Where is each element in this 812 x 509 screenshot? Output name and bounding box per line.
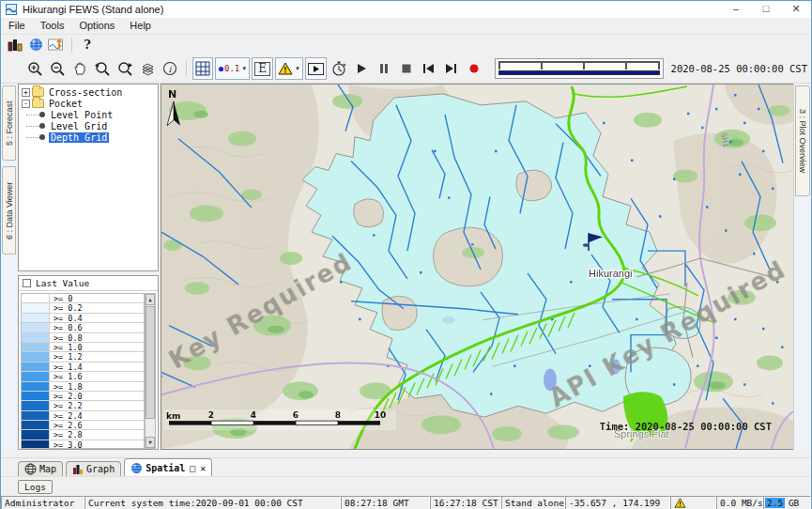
toolbar-separator — [186, 61, 187, 76]
collapse-icon[interactable]: - — [22, 100, 30, 108]
color-swatch — [22, 382, 50, 391]
timeline-slider[interactable] — [495, 58, 664, 79]
main-toolbar: ? — [1, 35, 811, 54]
color-swatch — [22, 401, 50, 409]
logs-button[interactable]: Logs — [18, 480, 53, 494]
svg-text:2: 2 — [208, 410, 214, 420]
tree-guide — [26, 115, 39, 116]
skip-to-start-icon[interactable] — [419, 57, 439, 80]
tab-graph[interactable]: Graph — [66, 461, 121, 476]
legend-panel: Last Value >= 0 >= 0.2 >= 0.4 >= 0.6 >= … — [18, 275, 159, 450]
undock-icon[interactable]: □ — [190, 463, 195, 473]
play-icon[interactable] — [351, 57, 372, 80]
legend-class-list: >= 0 >= 0.2 >= 0.4 >= 0.6 >= 0.8 >= 1.0 … — [21, 293, 145, 449]
expand-icon[interactable]: + — [22, 88, 30, 97]
close-tab-icon[interactable]: ✕ — [200, 463, 206, 473]
status-warning-cell[interactable] — [670, 496, 716, 509]
pan-hand-icon[interactable] — [69, 57, 90, 80]
color-swatch — [22, 430, 50, 439]
scroll-down-icon[interactable]: ▼ — [146, 437, 155, 448]
bar-chart-icon — [72, 464, 84, 475]
color-swatch — [22, 440, 50, 449]
map-viewport[interactable]: SH1 API Key Required API Key Required Hi… — [161, 84, 794, 450]
tab-data-viewer[interactable]: 6 : Data Viewer — [2, 166, 16, 254]
main-area: 5 : Forecast 6 : Data Viewer + Cross-sec… — [1, 84, 811, 457]
current-time-display: 2020-08-25 00:00:00 CST — [669, 63, 811, 74]
status-user: Administrator — [1, 496, 84, 509]
help-icon[interactable]: ? — [77, 36, 98, 54]
legend-scrollbar[interactable]: ▲ ▼ — [145, 293, 156, 449]
menu-bar: File Tools Options Help — [1, 18, 811, 35]
tab-plot-overview[interactable]: 3 : Plot Overview — [795, 85, 810, 196]
svg-text:km: km — [166, 411, 180, 421]
color-swatch — [22, 372, 50, 380]
database-icon[interactable] — [5, 36, 25, 54]
close-icon[interactable]: ✕ — [781, 1, 811, 18]
info-icon[interactable]: i — [160, 57, 180, 80]
legend-row: >= 0.6 — [22, 323, 144, 332]
last-value-checkbox[interactable] — [23, 279, 31, 287]
legend-row: >= 1.2 — [22, 352, 144, 362]
tree-item-pocket[interactable]: - Pocket — [19, 98, 158, 109]
layer-tree: + Cross-section - Pocket Level Point — [18, 84, 159, 271]
pause-icon[interactable] — [374, 57, 394, 80]
last-value-label: Last Value — [36, 278, 89, 288]
left-tab-strip: 5 : Forecast 6 : Data Viewer — [1, 84, 17, 450]
timeline-range-bar — [498, 70, 660, 75]
status-mode: Stand alone — [501, 496, 565, 509]
menu-options[interactable]: Options — [71, 18, 122, 34]
svg-text:i: i — [169, 65, 173, 74]
scrollbar-thumb[interactable] — [146, 306, 155, 419]
zoom-previous-icon[interactable] — [92, 57, 113, 80]
legend-row: >= 1.4 — [22, 362, 144, 372]
threshold-dropdown[interactable]: 0.1▼ — [215, 57, 250, 80]
status-system-time: Current system time:2020-09-01 00:00 CST — [84, 496, 341, 509]
record-icon[interactable] — [464, 57, 484, 80]
tree-item-level-point[interactable]: Level Point — [19, 109, 158, 120]
globe-icon[interactable] — [25, 36, 46, 54]
minimize-icon[interactable]: – — [721, 1, 751, 18]
legend-toggle-button[interactable]: E — [252, 57, 273, 80]
legend-row: >= 1.0 — [22, 343, 144, 352]
status-memory: 2.5 GB — [763, 496, 811, 509]
skip-to-end-icon[interactable] — [441, 57, 462, 80]
tab-map[interactable]: Map — [18, 461, 63, 476]
logs-row: Logs — [1, 476, 811, 496]
status-gmt-time: 08:27:18 GMT — [341, 496, 430, 509]
wire-globe-icon — [24, 463, 37, 475]
menu-tools[interactable]: Tools — [33, 18, 72, 34]
node-dot-icon — [39, 134, 45, 140]
legend-row: >= 1.6 — [22, 372, 144, 381]
warning-dropdown[interactable]: ▼ — [275, 57, 303, 80]
tree-item-depth-grid[interactable]: Depth Grid — [19, 131, 158, 143]
tab-spatial[interactable]: Spatial □ ✕ — [124, 458, 212, 476]
node-dot-icon — [39, 112, 45, 117]
color-swatch — [22, 352, 50, 361]
warning-icon — [674, 498, 686, 508]
color-swatch — [22, 421, 50, 429]
zoom-next-icon[interactable] — [115, 57, 135, 80]
timeline-track — [498, 61, 660, 69]
zoom-out-icon[interactable] — [47, 57, 68, 80]
set-time-icon[interactable] — [329, 57, 349, 80]
stop-icon[interactable] — [396, 57, 417, 80]
menu-help[interactable]: Help — [122, 18, 159, 34]
animation-player-icon[interactable] — [305, 57, 327, 80]
color-swatch — [22, 294, 50, 302]
layers-icon[interactable] — [137, 57, 158, 80]
legend-row: >= 3.0 — [22, 440, 144, 449]
map-toolbar: i 0.1▼ E ▼ 2020-08-25 00:00:00 CST — [1, 54, 811, 84]
map-time-label: Time: 2020-08-25 00:00:00 CST — [600, 421, 772, 432]
maximize-icon[interactable]: □ — [751, 1, 781, 18]
timeseries-icon[interactable] — [46, 36, 67, 54]
color-swatch — [22, 362, 50, 371]
legend-row: >= 0.8 — [22, 333, 144, 343]
tree-item-level-grid[interactable]: Level Grid — [19, 120, 158, 131]
grid-display-icon[interactable] — [192, 57, 213, 80]
scroll-up-icon[interactable]: ▲ — [146, 294, 155, 305]
tab-forecast[interactable]: 5 : Forecast — [2, 85, 16, 161]
right-tab-strip: 3 : Plot Overview — [793, 84, 811, 450]
legend-row: >= 2.2 — [22, 401, 144, 410]
menu-file[interactable]: File — [1, 18, 33, 34]
zoom-in-icon[interactable] — [24, 57, 45, 80]
